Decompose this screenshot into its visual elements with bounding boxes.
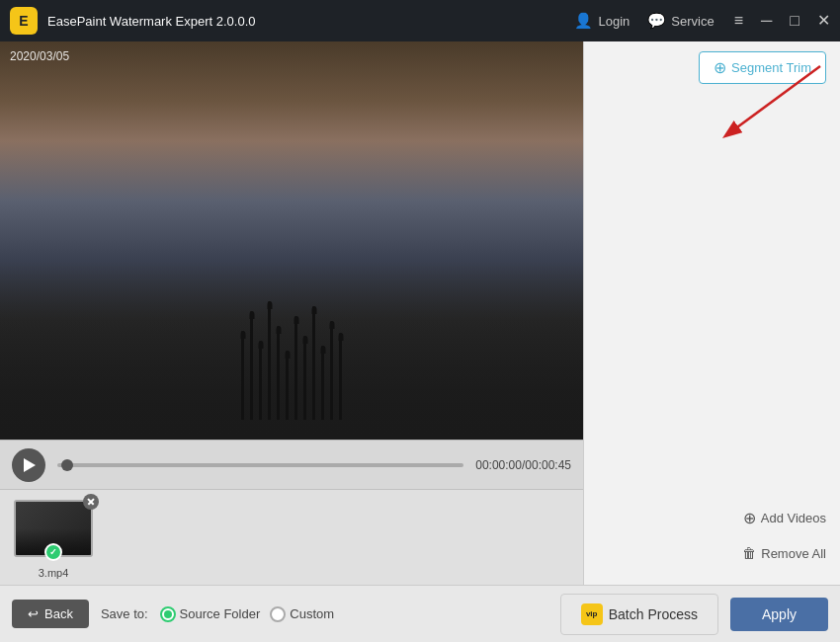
back-icon: ↩ [28,606,39,621]
batch-process-label: Batch Process [609,606,698,622]
chat-icon: 💬 [647,12,666,30]
segment-trim-area: ⊕ Segment Trim [584,41,840,94]
vip-badge: vip [581,603,603,625]
close-button[interactable]: ✕ [817,13,830,29]
login-label: Login [598,14,630,29]
plant-stem [303,336,306,420]
trash-icon: 🗑 [742,545,756,561]
maximize-button[interactable]: □ [790,13,799,29]
plant-stem [286,351,289,420]
logo-letter: E [19,13,28,29]
title-bar: E EasePaint Watermark Expert 2.0.0.0 👤 L… [0,0,840,41]
radio-group: Source Folder Custom [160,606,334,622]
add-circle-icon: ⊕ [743,509,756,527]
menu-button[interactable]: ≡ [734,13,743,29]
playback-bar: 00:00:00/00:00:45 [0,440,583,489]
close-file-button[interactable] [83,494,99,510]
remove-all-button[interactable]: 🗑 Remove All [742,541,826,565]
progress-track[interactable] [57,463,463,467]
segment-trim-button[interactable]: ⊕ Segment Trim [699,51,826,84]
add-videos-label: Add Videos [761,511,826,525]
time-display: 00:00:00/00:00:45 [475,458,571,472]
plant-stem [250,311,253,420]
back-label: Back [44,606,73,621]
apply-label: Apply [762,606,797,622]
batch-process-button[interactable]: vip Batch Process [560,594,718,635]
service-label: Service [671,14,714,29]
user-icon: 👤 [574,12,593,30]
video-preview: 2020/03/05 [0,41,583,440]
login-nav-item[interactable]: 👤 Login [574,12,630,30]
save-to-label: Save to: [101,606,148,621]
plant-stem [330,321,333,420]
bottom-bar: ↩ Back Save to: Source Folder Custom vip… [0,585,840,642]
source-folder-label: Source Folder [180,606,261,621]
plant-stem [312,306,315,420]
right-action-area: ⊕ Add Videos 🗑 Remove All [584,94,840,585]
play-button[interactable] [12,448,45,482]
apply-button[interactable]: Apply [730,598,828,631]
file-name: 3.mp4 [39,567,69,579]
plant-stem [259,341,262,420]
play-icon [24,458,36,472]
file-list-area: 3.mp4 [0,489,583,585]
service-nav-item[interactable]: 💬 Service [647,12,714,30]
source-folder-radio-circle [160,606,176,622]
panels-row: 2020/03/05 00:00:00/00:00:45 [0,41,840,585]
plant-stem [321,346,324,420]
file-thumbnail[interactable] [14,500,93,557]
file-check-badge [44,543,62,561]
plant-stem [268,301,271,420]
vip-badge-text: vip [586,609,598,618]
segment-trim-label: Segment Trim [731,60,811,75]
progress-thumb[interactable] [61,459,73,471]
nav-bar: 👤 Login 💬 Service [574,12,714,30]
plant-stem [277,326,280,420]
plus-icon: ⊕ [714,58,726,77]
plant-silhouettes [241,301,342,420]
custom-label: Custom [290,606,334,621]
file-item-wrapper: 3.mp4 [14,500,93,557]
app-window: E EasePaint Watermark Expert 2.0.0.0 👤 L… [0,0,840,642]
minimize-button[interactable]: ─ [761,13,772,29]
video-scene [0,41,583,440]
custom-radio-circle [270,606,286,622]
date-overlay: 2020/03/05 [10,49,69,63]
left-panel: 2020/03/05 00:00:00/00:00:45 [0,41,583,585]
window-controls: ≡ ─ □ ✕ [734,13,830,29]
app-logo: E [10,7,38,35]
right-panel: ⊕ Segment Trim [583,41,840,585]
add-videos-button[interactable]: ⊕ Add Videos [743,505,826,531]
plant-stem [241,331,244,420]
remove-all-label: Remove All [761,546,826,561]
plant-stem [339,333,342,420]
source-folder-radio[interactable]: Source Folder [160,606,261,622]
back-button[interactable]: ↩ Back [12,600,89,628]
app-title: EasePaint Watermark Expert 2.0.0.0 [47,14,256,29]
plant-stem [294,316,297,420]
custom-radio[interactable]: Custom [270,606,334,622]
